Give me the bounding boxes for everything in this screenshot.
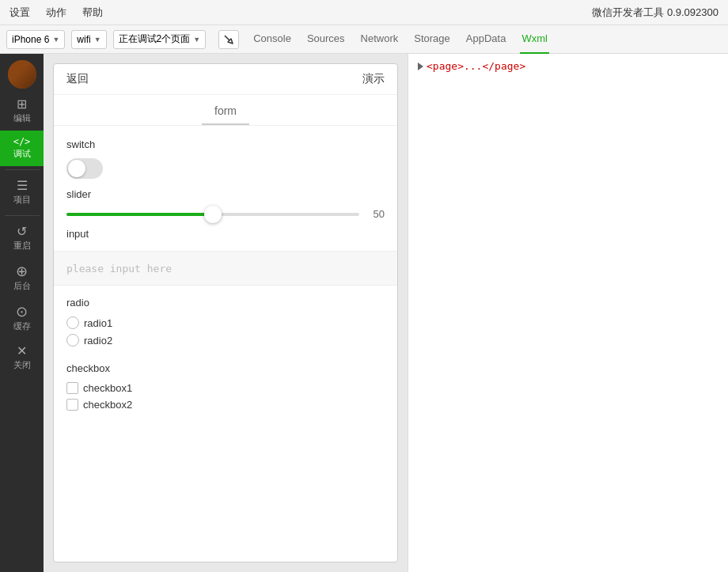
checkbox-box-1 [66, 382, 78, 394]
sidebar-item-close[interactable]: ✕ 关闭 [0, 339, 44, 377]
device-label: iPhone 6 [12, 34, 49, 45]
wxml-content: <page>...</page> [408, 54, 728, 572]
input-section-label-container: input [54, 220, 397, 251]
tab-wxml[interactable]: Wxml [520, 25, 549, 54]
slider-fill [66, 213, 213, 216]
sidebar-item-editor[interactable]: ⊞ 编辑 [0, 92, 44, 131]
tab-sources[interactable]: Sources [305, 25, 347, 54]
toolbar: iPhone 6 ▼ wifi ▼ 正在调试2个页面 ▼ Console Sou… [0, 25, 728, 54]
main-layout: ⊞ 编辑 </> 调试 ☰ 项目 ↺ 重启 ⊕ 后台 ⊙ 缓存 ✕ 关闭 [0, 54, 728, 572]
debug-icon: </> [13, 137, 31, 146]
phone-content: form switch slider [54, 95, 397, 562]
restart-label: 重启 [13, 240, 31, 252]
checkbox-item-1[interactable]: checkbox1 [66, 382, 385, 394]
sidebar-item-project[interactable]: ☰ 项目 [0, 173, 44, 212]
editor-label: 编辑 [13, 112, 31, 124]
right-panel: <page>...</page> [408, 54, 728, 572]
radio-item-2[interactable]: radio2 [66, 334, 385, 347]
input-label: input [66, 228, 385, 240]
debug-label: 调试 [13, 148, 31, 160]
device-caret-icon: ▼ [52, 36, 59, 44]
network-caret-icon: ▼ [94, 36, 101, 44]
devtools-tabs: Console Sources Network Storage AppData … [252, 25, 722, 54]
tab-console[interactable]: Console [252, 25, 293, 54]
menu-bar-left: 设置 动作 帮助 [9, 6, 103, 20]
backend-icon: ⊕ [16, 264, 28, 278]
network-label: wifi [77, 34, 90, 45]
inspect-icon [223, 34, 234, 45]
slider-value: 50 [366, 208, 385, 220]
tab-network[interactable]: Network [359, 25, 400, 54]
avatar [8, 60, 36, 89]
switch-section: switch [54, 126, 397, 179]
input-section[interactable]: please input here [54, 251, 397, 286]
checkbox-option-1-label: checkbox1 [83, 382, 132, 394]
phone-frame: 返回 演示 form switch slider [53, 63, 398, 563]
xml-tag-text: <page>...</page> [427, 60, 525, 72]
sidebar-item-debug[interactable]: </> 调试 [0, 131, 44, 166]
radio-circle-2 [66, 334, 79, 347]
inspect-button[interactable] [218, 30, 239, 49]
radio-section: radio radio1 radio2 [54, 286, 397, 347]
restart-icon: ↺ [17, 225, 27, 238]
phone-header: 返回 演示 [54, 64, 397, 95]
radio-option-2-label: radio2 [84, 335, 112, 347]
checkbox-label: checkbox [66, 362, 385, 374]
device-selector[interactable]: iPhone 6 ▼ [6, 30, 65, 49]
avatar-image [8, 60, 36, 89]
back-button[interactable]: 返回 [66, 72, 89, 86]
slider-section: slider 50 [54, 179, 397, 220]
checkbox-item-2[interactable]: checkbox2 [66, 399, 385, 411]
expand-triangle-icon [418, 63, 423, 70]
radio-option-1-label: radio1 [84, 317, 112, 329]
slider-track[interactable] [66, 213, 359, 216]
debug-label: 正在调试2个页面 [119, 32, 191, 46]
slider-thumb[interactable] [204, 206, 222, 223]
sidebar: ⊞ 编辑 </> 调试 ☰ 项目 ↺ 重启 ⊕ 后台 ⊙ 缓存 ✕ 关闭 [0, 54, 44, 572]
switch-toggle[interactable] [66, 158, 103, 179]
project-label: 项目 [13, 194, 31, 206]
radio-item-1[interactable]: radio1 [66, 316, 385, 329]
phone-container: 返回 演示 form switch slider [44, 54, 408, 572]
input-placeholder: please input here [66, 263, 172, 275]
radio-label: radio [66, 297, 385, 309]
menu-help[interactable]: 帮助 [82, 6, 103, 20]
debug-caret-icon: ▼ [193, 36, 200, 44]
cache-label: 缓存 [13, 320, 31, 332]
sidebar-item-restart[interactable]: ↺ 重启 [0, 219, 44, 258]
radio-circle-1 [66, 316, 79, 329]
switch-thumb [68, 160, 85, 177]
sidebar-divider-1 [5, 169, 40, 170]
close-icon: ✕ [17, 345, 27, 358]
tab-appdata[interactable]: AppData [464, 25, 508, 54]
slider-label: slider [66, 188, 385, 200]
form-tab-container: form [54, 95, 397, 126]
cache-icon: ⊙ [16, 305, 28, 319]
checkbox-option-2-label: checkbox2 [83, 399, 132, 411]
checkbox-box-2 [66, 399, 78, 411]
tab-storage[interactable]: Storage [412, 25, 452, 54]
app-title: 微信开发者工具 0.9.092300 [592, 6, 719, 20]
sidebar-item-backend[interactable]: ⊕ 后台 [0, 258, 44, 298]
menu-settings[interactable]: 设置 [9, 6, 30, 20]
form-tab[interactable]: form [202, 104, 249, 125]
backend-label: 后台 [13, 280, 31, 292]
demo-button[interactable]: 演示 [362, 72, 385, 86]
sidebar-item-cache[interactable]: ⊙ 缓存 [0, 298, 44, 339]
slider-container: 50 [66, 208, 385, 220]
checkbox-section: checkbox checkbox1 checkbox2 [54, 351, 397, 411]
close-label: 关闭 [13, 359, 31, 371]
xml-page-line[interactable]: <page>...</page> [418, 60, 719, 72]
project-icon: ☰ [17, 180, 28, 192]
editor-icon: ⊞ [17, 98, 27, 111]
sidebar-divider-2 [5, 215, 40, 216]
menu-actions[interactable]: 动作 [46, 6, 66, 20]
debug-selector[interactable]: 正在调试2个页面 ▼ [113, 30, 207, 49]
menu-bar: 设置 动作 帮助 微信开发者工具 0.9.092300 [0, 0, 728, 25]
network-selector[interactable]: wifi ▼ [71, 30, 106, 49]
switch-label: switch [66, 138, 385, 150]
